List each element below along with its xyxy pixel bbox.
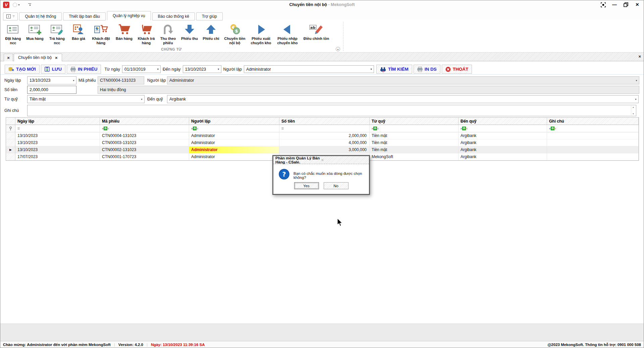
col-header-amount[interactable]: Số tiền	[279, 118, 370, 125]
date-combo[interactable]: 13/10/2023▼	[27, 76, 76, 84]
amount-input[interactable]: 2,000,000	[27, 86, 76, 94]
ribbon-item-phieu-thu[interactable]: Phiếu thu	[179, 22, 200, 46]
ribbon-item-phieu-nhap-chuyen-kho[interactable]: Phiếu nhập chuyển kho	[274, 22, 301, 46]
no-button[interactable]: No	[324, 182, 348, 189]
close-button[interactable]: ×	[634, 2, 640, 8]
table-row[interactable]: ▶ 13/10/2023 CTN00003-131023 Administrat…	[6, 139, 639, 146]
table-row[interactable]: ▶ 13/10/2023 CTN00002-131023 Administrat…	[6, 146, 639, 153]
filter-from[interactable]: aBc	[370, 125, 459, 132]
menu-tab-setup[interactable]: Thiết lập ban đầu	[63, 12, 106, 20]
cell-amount[interactable]: 3,000,000	[279, 146, 370, 153]
tab-strip-close-button[interactable]: ×	[638, 54, 641, 59]
ribbon-collapse-button[interactable]: ▴	[336, 47, 340, 51]
filter-date[interactable]: =	[15, 125, 100, 132]
fit-screen-button[interactable]	[600, 2, 606, 8]
to-date-picker[interactable]: 13/10/2023▼	[183, 65, 221, 73]
cell-amount[interactable]: 2,000,000	[279, 132, 370, 139]
cell-code[interactable]: CTN00003-131023	[100, 139, 189, 146]
cell-code[interactable]: CTN00001-170723	[100, 153, 189, 160]
restore-button[interactable]	[623, 2, 629, 8]
ribbon-item-phieu-xuat-chuyen-kho[interactable]: Phiếu xuất chuyển kho	[248, 22, 274, 46]
dialog-close-icon[interactable]: ×	[321, 157, 367, 162]
cell-to[interactable]: Argibank	[459, 153, 547, 160]
customer-return-icon	[140, 23, 153, 36]
cell-from[interactable]: Tiền mặt	[370, 139, 459, 146]
ribbon-item-khach-tra-hang[interactable]: Khách trả hàng	[135, 22, 157, 46]
col-header-code[interactable]: Mã phiếu	[100, 118, 189, 125]
save-button[interactable]: LƯU	[41, 65, 65, 74]
cell-code[interactable]: CTN00004-131023	[100, 132, 189, 139]
filter-amount[interactable]: =	[279, 125, 370, 132]
cell-to[interactable]: Argibank	[459, 139, 547, 146]
ribbon-item-bao-gia[interactable]: Báo giá	[68, 22, 89, 46]
col-header-date[interactable]: Ngày lập	[15, 118, 100, 125]
search-button[interactable]: ID TÌM KIẾM	[376, 65, 412, 74]
cell-date[interactable]: 13/10/2023	[15, 139, 100, 146]
col-header-creator[interactable]: Người lập	[189, 118, 279, 125]
window-controls: — ×	[600, 2, 640, 8]
filter-code[interactable]: aBc	[100, 125, 189, 132]
menu-tab-operations[interactable]: Quản lý nghiệp vụ	[107, 11, 151, 20]
from-date-picker[interactable]: 01/10/2019▼	[122, 65, 161, 73]
filter-row-key-icon	[6, 125, 15, 132]
ribbon-item-chuyen-tien-noi-bo[interactable]: €$ Chuyển tiền nội bộ	[222, 22, 248, 46]
ribbon-item-thu-theo-phieu[interactable]: Thu theo phiếu	[157, 22, 179, 46]
ribbon-item-dat-hang-ncc[interactable]: Đặt hàng ncc	[2, 22, 24, 46]
print-list-button[interactable]: IN DS	[414, 65, 440, 74]
cell-note[interactable]	[547, 146, 639, 153]
creator-filter-combo[interactable]: Administrator▼	[244, 65, 374, 73]
cell-note[interactable]	[547, 139, 639, 146]
cell-date[interactable]: 13/10/2023	[15, 132, 100, 139]
menu-tab-home[interactable]: ▽	[3, 12, 18, 20]
cell-to[interactable]: Argibank	[459, 146, 547, 153]
cell-creator[interactable]: Administrator	[189, 132, 279, 139]
document-tab-active[interactable]: Chuyển tiền nội bộ ×	[14, 54, 62, 61]
ribbon-item-mua-hang[interactable]: Mua hàng	[24, 22, 46, 46]
col-header-from[interactable]: Từ quỹ	[370, 118, 459, 125]
table-filter-row: = aBc aBc = aBc aBc aBc	[6, 125, 639, 132]
close-tab-icon[interactable]: ×	[55, 55, 58, 60]
menu-tab-reports[interactable]: Báo cáo thống kê	[152, 12, 195, 20]
cell-amount[interactable]: 4,000,000	[279, 139, 370, 146]
yes-button[interactable]: Yes	[294, 182, 319, 189]
cell-creator[interactable]: Administrator	[189, 146, 279, 153]
minimize-button[interactable]: —	[611, 2, 618, 8]
filter-note[interactable]: aBc	[547, 125, 639, 132]
mouse-cursor	[337, 218, 343, 227]
cell-date[interactable]: 13/10/2023	[15, 146, 100, 153]
ribbon-item-ban-hang[interactable]: Bán hàng	[113, 22, 135, 46]
filter-to[interactable]: aBc	[459, 125, 547, 132]
print-voucher-button[interactable]: IN PHIẾU	[67, 65, 101, 74]
cell-creator[interactable]: Administrator	[189, 139, 279, 146]
cell-date[interactable]: 17/07/2023	[15, 153, 100, 160]
menu-tab-help[interactable]: Trợ giúp	[196, 12, 223, 20]
cell-from[interactable]: Tiền mặt	[370, 146, 459, 153]
row-indicator-cell: ▶	[6, 132, 15, 139]
dialog-title-bar[interactable]: Phần mềm Quản Lý Bán Hàng - CSale. ×	[273, 156, 369, 164]
table-row[interactable]: ▶ 13/10/2023 CTN00004-131023 Administrat…	[6, 132, 639, 139]
from-fund-combo[interactable]: Tiền mặt▼	[27, 95, 145, 103]
cell-code[interactable]: CTN00002-131023	[100, 146, 189, 153]
cell-from[interactable]: MekongSoft	[370, 153, 459, 160]
exit-button[interactable]: THOÁT	[442, 65, 472, 74]
cell-note[interactable]	[547, 132, 639, 139]
cell-note[interactable]	[547, 153, 639, 160]
amount-words-field: Hai triệu đồng	[98, 86, 639, 94]
col-header-note[interactable]: Ghi chú	[547, 118, 639, 125]
col-header-to[interactable]: Đến quỹ	[459, 118, 547, 125]
cell-to[interactable]: Argibank	[459, 132, 547, 139]
menu-tab-system[interactable]: Quản trị hệ thống	[19, 12, 62, 20]
note-scroll-spinner[interactable]: ▲▼	[631, 106, 635, 115]
filter-creator[interactable]: aBc	[189, 125, 279, 132]
ribbon-item-phieu-chi[interactable]: Phiếu chi	[200, 22, 222, 46]
cell-creator[interactable]: Administrator	[189, 153, 279, 160]
ribbon-item-tra-hang-ncc[interactable]: Trả hàng ncc	[46, 22, 68, 46]
create-new-button[interactable]: TẠO MỚI	[5, 65, 40, 74]
ribbon-item-dieu-chinh-ton[interactable]: ab Điều chỉnh tồn	[301, 22, 332, 46]
ribbon-item-khach-dat-hang[interactable]: Khách đặt hàng	[89, 22, 113, 46]
ribbon-group-label: CHỨNG TỪ	[145, 47, 198, 51]
note-textarea[interactable]: ▲▼	[27, 105, 636, 116]
close-all-tabs-button[interactable]: ×	[4, 54, 13, 61]
cell-from[interactable]: Tiền mặt	[370, 132, 459, 139]
to-fund-combo[interactable]: Argibank▼	[167, 95, 639, 103]
